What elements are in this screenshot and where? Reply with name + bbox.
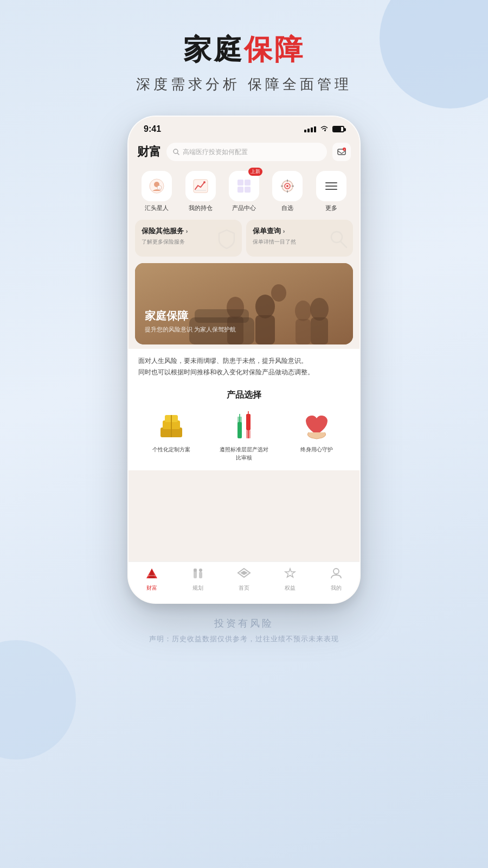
svg-point-34 [310,298,329,321]
home-nav-label: 首页 [239,584,249,592]
wealth-nav-icon [145,567,158,583]
svg-rect-37 [296,319,311,344]
app-header: 财富 高端医疗投资如何配置 ¥ [129,138,359,168]
product-item-custom[interactable]: 个性化定制方案 [147,409,196,462]
products-label: 产品中心 [232,204,256,212]
svg-rect-15 [245,187,251,193]
product-item-standard[interactable]: 遵照标准层层产选对比审核 [220,409,268,462]
status-time: 9:41 [144,124,161,134]
products-badge: 上新 [248,168,262,176]
product-section: 产品选择 个性化定制方案 [129,382,359,470]
products-icon-box: 上新 [229,171,259,201]
svg-line-1 [177,154,179,155]
policy-service-icon [327,228,349,253]
huihead-icon-box: ☆ [142,171,172,201]
svg-rect-14 [237,187,243,193]
quick-item-watchlist[interactable]: 自选 [266,171,309,212]
status-bar: 9:41 [129,117,359,138]
holdings-label: 我的持仓 [189,204,213,212]
service-card-policy[interactable]: 保单查询 › 保单详情一目了然 [246,220,353,257]
svg-point-61 [333,569,339,574]
svg-rect-12 [237,180,243,186]
benefits-nav-label: 权益 [285,584,296,592]
desc-section: 面对人生风险，要未雨绸缪、防患于未然，提升风险意识。 同时也可以根据时间推移和收… [129,349,359,382]
holdings-icon-box [185,171,216,201]
plan-nav-icon [191,567,204,583]
watchlist-label: 自选 [281,204,293,212]
product-item-lifelong[interactable]: 终身用心守护 [292,409,341,462]
mine-nav-icon [330,567,342,583]
app-title: 财富 [137,144,161,160]
svg-rect-35 [311,317,328,344]
phone-mockup: 9:41 [127,116,361,604]
disclaimer-text: 声明：历史收益数据仅供参考，过往业绩不预示未来表现 [0,634,488,644]
wifi-icon [320,125,329,133]
family-banner[interactable]: 家庭保障 提升您的风险意识 为家人保驾护航 [135,263,353,344]
more-icon-box [316,171,346,201]
insurance-service-icon [216,228,237,253]
title-black-part: 家庭 [183,34,244,65]
status-icons [304,125,344,133]
lifelong-label: 终身用心守护 [300,445,333,454]
desc-text-2: 同时也可以根据时间推移和收入变化对保险产品做动态调整。 [138,367,350,378]
risk-text: 投资有风险 [0,617,488,630]
bottom-nav: 财富 规划 [129,561,359,603]
standard-icon [228,409,260,441]
svg-rect-56 [199,572,202,578]
search-bar[interactable]: 高端医疗投资如何配置 [166,143,327,161]
bg-decoration-circle-bottom [0,640,76,760]
nav-item-mine[interactable]: 我的 [313,567,359,592]
page-footer: 投资有风险 声明：历史收益数据仅供参考，过往业绩不预示未来表现 [0,604,488,644]
nav-item-home[interactable]: 首页 [221,567,267,592]
more-label: 更多 [325,204,337,212]
desc-text-1: 面对人生风险，要未雨绸缪、防患于未然，提升风险意识。 [138,355,350,366]
svg-point-58 [199,569,202,572]
custom-plan-label: 个性化定制方案 [152,445,190,454]
quick-item-more[interactable]: 更多 [310,171,353,212]
wealth-nav-label: 财富 [146,584,157,592]
custom-plan-icon [155,409,188,441]
nav-item-benefits[interactable]: 权益 [267,567,313,592]
phone-wrapper: 9:41 [0,116,488,604]
svg-point-57 [194,569,197,572]
svg-line-27 [341,241,346,247]
product-section-title: 产品选择 [135,390,353,401]
home-nav-icon [237,567,251,583]
title-red-part: 保障 [244,34,305,65]
nav-item-plan[interactable]: 规划 [175,567,221,592]
nav-item-wealth[interactable]: 财富 [129,567,175,592]
quick-icons-row: ☆ 汇头星人 我的持仓 上新 [129,168,359,218]
service-cards: 保险其他服务 › 了解更多保险服务 保单查询 › 保单详情一目了然 [129,218,359,261]
banner-subtitle: 提升您的风险意识 为家人保驾护航 [145,326,236,334]
quick-item-huihead[interactable]: ☆ 汇头星人 [135,171,178,212]
notification-icon[interactable]: ¥ [332,143,351,161]
svg-point-18 [286,185,288,187]
svg-rect-54 [148,575,156,576]
mine-nav-label: 我的 [331,584,342,592]
svg-point-36 [295,301,311,321]
benefits-nav-icon [284,567,296,583]
plan-nav-label: 规划 [192,584,203,592]
svg-rect-30 [255,315,275,344]
battery-icon [332,126,344,132]
page-header: 家庭保障 深度需求分析 保障全面管理 [0,0,488,110]
search-placeholder: 高端医疗投资如何配置 [183,148,248,157]
svg-point-31 [271,284,286,302]
product-items: 个性化定制方案 遵照 [135,409,353,462]
signal-icon [304,126,316,132]
svg-rect-13 [245,180,251,186]
banner-title: 家庭保障 [145,309,236,323]
main-title: 家庭保障 [0,33,488,66]
quick-item-holdings[interactable]: 我的持仓 [178,171,222,212]
huihead-label: 汇头星人 [145,204,169,212]
main-subtitle: 深度需求分析 保障全面管理 [0,75,488,94]
banner-text: 家庭保障 提升您的风险意识 为家人保驾护航 [145,309,236,334]
svg-point-10 [203,181,206,183]
svg-point-29 [255,295,275,318]
quick-item-products[interactable]: 上新 产品中心 [222,171,266,212]
standard-label: 遵照标准层层产选对比审核 [220,445,268,462]
watchlist-icon-box [272,171,303,201]
service-card-insurance[interactable]: 保险其他服务 › 了解更多保险服务 [135,220,242,257]
search-icon [173,149,179,155]
svg-marker-60 [240,571,248,575]
